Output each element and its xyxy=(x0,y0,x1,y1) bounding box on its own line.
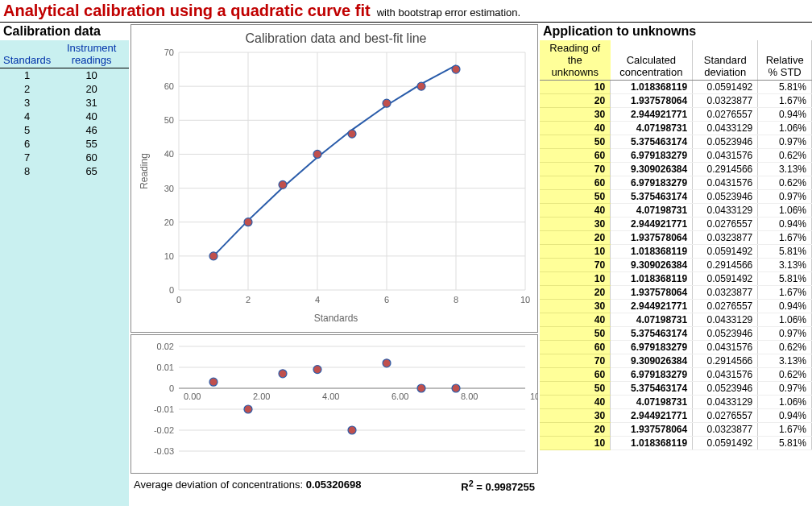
cell-unk-sd[interactable]: 0.2914566 xyxy=(693,354,758,368)
cell-unk-sd[interactable]: 0.0323877 xyxy=(693,94,758,108)
cell-standard[interactable]: 3 xyxy=(0,96,54,110)
cell-unk-sd[interactable]: 0.0523946 xyxy=(693,327,758,341)
cell-unk-pstd[interactable]: 1.06% xyxy=(758,396,812,409)
table-row[interactable]: 101.0183681190.05914925.81% xyxy=(540,81,812,94)
cell-unk-pstd[interactable]: 1.67% xyxy=(758,231,812,245)
table-row[interactable]: 220 xyxy=(0,82,129,96)
table-row[interactable]: 201.9375780640.03238771.67% xyxy=(540,94,812,108)
cell-unk-pstd[interactable]: 0.94% xyxy=(758,218,812,231)
cell-unk-conc[interactable]: 1.937578064 xyxy=(611,423,693,437)
cell-standard[interactable]: 7 xyxy=(0,151,54,164)
cell-unk-pstd[interactable]: 0.97% xyxy=(758,327,812,341)
cell-unk-conc[interactable]: 5.375463174 xyxy=(611,190,693,204)
cell-unk-sd[interactable]: 0.2914566 xyxy=(693,259,758,272)
cell-unk-pstd[interactable]: 1.67% xyxy=(758,286,812,300)
table-row[interactable]: 201.9375780640.03238771.67% xyxy=(540,286,812,300)
cell-standard[interactable]: 6 xyxy=(0,137,54,151)
cell-reading[interactable]: 55 xyxy=(54,137,129,151)
cell-unk-pstd[interactable]: 0.62% xyxy=(758,368,812,382)
cell-unk-sd[interactable]: 0.0323877 xyxy=(693,423,758,437)
cell-unk-conc[interactable]: 6.979183279 xyxy=(611,149,693,163)
cell-unk-pstd[interactable]: 5.81% xyxy=(758,272,812,286)
cell-unk-conc[interactable]: 1.937578064 xyxy=(611,231,693,245)
cell-unk-pstd[interactable]: 1.06% xyxy=(758,313,812,327)
table-row[interactable]: 201.9375780640.03238771.67% xyxy=(540,423,812,437)
cell-unk-sd[interactable]: 0.0431576 xyxy=(693,149,758,163)
cell-unk-reading[interactable]: 10 xyxy=(540,81,611,94)
cell-unk-conc[interactable]: 1.937578064 xyxy=(611,286,693,300)
cell-unk-conc[interactable]: 2.944921771 xyxy=(611,218,693,231)
table-row[interactable]: 302.9449217710.02765570.94% xyxy=(540,300,812,313)
cell-unk-reading[interactable]: 40 xyxy=(540,122,611,135)
cell-unk-conc[interactable]: 5.375463174 xyxy=(611,382,693,396)
cell-standard[interactable]: 2 xyxy=(0,82,54,96)
cell-unk-reading[interactable]: 50 xyxy=(540,327,611,341)
table-row[interactable]: 505.3754631740.05239460.97% xyxy=(540,327,812,341)
cell-unk-sd[interactable]: 0.0276557 xyxy=(693,300,758,313)
cell-unk-conc[interactable]: 6.979183279 xyxy=(611,341,693,354)
cell-unk-reading[interactable]: 10 xyxy=(540,245,611,259)
cell-unk-sd[interactable]: 0.0433129 xyxy=(693,122,758,135)
cell-unk-pstd[interactable]: 5.81% xyxy=(758,437,812,450)
cell-unk-pstd[interactable]: 0.62% xyxy=(758,176,812,190)
cell-reading[interactable]: 31 xyxy=(54,96,129,110)
cell-unk-sd[interactable]: 0.0523946 xyxy=(693,190,758,204)
cell-unk-sd[interactable]: 0.0591492 xyxy=(693,272,758,286)
table-row[interactable]: 606.9791832790.04315760.62% xyxy=(540,368,812,382)
cell-unk-pstd[interactable]: 1.67% xyxy=(758,94,812,108)
cell-unk-conc[interactable]: 1.018368119 xyxy=(611,437,693,450)
cell-unk-reading[interactable]: 50 xyxy=(540,190,611,204)
cell-unk-sd[interactable]: 0.0323877 xyxy=(693,286,758,300)
cell-unk-reading[interactable]: 60 xyxy=(540,149,611,163)
cell-unk-conc[interactable]: 1.018368119 xyxy=(611,81,693,94)
table-row[interactable]: 655 xyxy=(0,137,129,151)
table-row[interactable]: 201.9375780640.03238771.67% xyxy=(540,231,812,245)
cell-unk-sd[interactable]: 0.0433129 xyxy=(693,204,758,218)
cell-unk-sd[interactable]: 0.0431576 xyxy=(693,176,758,190)
table-row[interactable]: 302.9449217710.02765570.94% xyxy=(540,218,812,231)
cell-unk-reading[interactable]: 50 xyxy=(540,382,611,396)
cell-unk-reading[interactable]: 50 xyxy=(540,135,611,149)
cell-unk-pstd[interactable]: 5.81% xyxy=(758,245,812,259)
cell-unk-pstd[interactable]: 0.97% xyxy=(758,190,812,204)
cell-standard[interactable]: 1 xyxy=(0,68,54,83)
cell-unk-pstd[interactable]: 0.97% xyxy=(758,135,812,149)
table-row[interactable]: 505.3754631740.05239460.97% xyxy=(540,382,812,396)
cell-unk-conc[interactable]: 4.07198731 xyxy=(611,313,693,327)
cell-reading[interactable]: 20 xyxy=(54,82,129,96)
table-row[interactable]: 404.071987310.04331291.06% xyxy=(540,204,812,218)
cell-unk-sd[interactable]: 0.0523946 xyxy=(693,382,758,396)
cell-unk-pstd[interactable]: 0.94% xyxy=(758,108,812,122)
cell-unk-conc[interactable]: 4.07198731 xyxy=(611,122,693,135)
cell-unk-sd[interactable]: 0.0276557 xyxy=(693,108,758,122)
table-row[interactable]: 331 xyxy=(0,96,129,110)
cell-unk-reading[interactable]: 30 xyxy=(540,108,611,122)
table-row[interactable]: 865 xyxy=(0,164,129,178)
cell-unk-reading[interactable]: 60 xyxy=(540,176,611,190)
cell-unk-conc[interactable]: 9.309026384 xyxy=(611,163,693,176)
table-row[interactable]: 101.0183681190.05914925.81% xyxy=(540,245,812,259)
table-row[interactable]: 546 xyxy=(0,123,129,137)
cell-unk-conc[interactable]: 2.944921771 xyxy=(611,108,693,122)
cell-unk-pstd[interactable]: 1.06% xyxy=(758,204,812,218)
table-row[interactable]: 302.9449217710.02765570.94% xyxy=(540,108,812,122)
cell-unk-conc[interactable]: 4.07198731 xyxy=(611,204,693,218)
table-row[interactable]: 110 xyxy=(0,68,129,83)
cell-unk-reading[interactable]: 60 xyxy=(540,341,611,354)
cell-unk-sd[interactable]: 0.0591492 xyxy=(693,437,758,450)
table-row[interactable]: 505.3754631740.05239460.97% xyxy=(540,135,812,149)
cell-unk-reading[interactable]: 10 xyxy=(540,437,611,450)
cell-unk-conc[interactable]: 1.018368119 xyxy=(611,272,693,286)
cell-unk-reading[interactable]: 60 xyxy=(540,368,611,382)
cell-unk-reading[interactable]: 30 xyxy=(540,218,611,231)
cell-unk-pstd[interactable]: 0.62% xyxy=(758,341,812,354)
cell-unk-sd[interactable]: 0.0433129 xyxy=(693,313,758,327)
cell-unk-conc[interactable]: 2.944921771 xyxy=(611,300,693,313)
cell-unk-pstd[interactable]: 5.81% xyxy=(758,81,812,94)
cell-unk-conc[interactable]: 5.375463174 xyxy=(611,327,693,341)
cell-unk-reading[interactable]: 20 xyxy=(540,94,611,108)
table-row[interactable]: 760 xyxy=(0,151,129,164)
cell-unk-pstd[interactable]: 0.94% xyxy=(758,300,812,313)
cell-unk-sd[interactable]: 0.0323877 xyxy=(693,231,758,245)
cell-unk-pstd[interactable]: 0.97% xyxy=(758,382,812,396)
